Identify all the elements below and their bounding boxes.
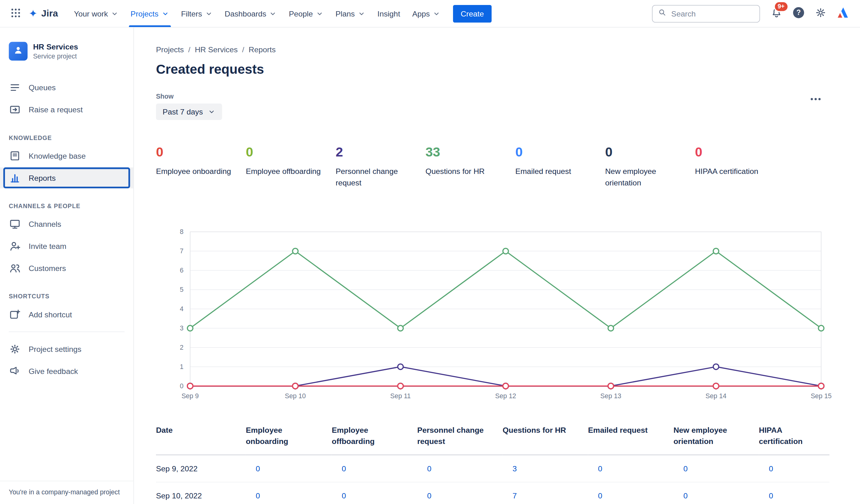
svg-text:Sep 12: Sep 12 xyxy=(495,392,516,399)
breadcrumb-separator: / xyxy=(242,45,244,54)
request-count-link[interactable]: 0 xyxy=(598,492,602,500)
svg-text:1: 1 xyxy=(180,363,184,371)
svg-text:8: 8 xyxy=(180,228,184,236)
sidebar-item-give-feedback[interactable]: Give feedback xyxy=(0,360,133,382)
table-cell-date: Sep 9, 2022 xyxy=(156,455,246,483)
stat-label: Emailed request xyxy=(515,165,598,177)
svg-text:0: 0 xyxy=(180,382,184,389)
submit-arrow-icon xyxy=(9,104,21,116)
chevron-down-icon xyxy=(161,10,169,17)
table-cell-hipaa-certification: 0 xyxy=(759,455,830,483)
request-count-link[interactable]: 3 xyxy=(513,464,517,473)
request-count-link[interactable]: 0 xyxy=(598,464,602,473)
request-count-link[interactable]: 0 xyxy=(256,464,260,473)
help-button[interactable]: ? xyxy=(790,5,807,23)
request-count-link[interactable]: 0 xyxy=(342,492,346,500)
sidebar-item-channels[interactable]: Channels xyxy=(0,214,133,235)
table-cell-emailed-request: 0 xyxy=(588,482,673,504)
search-box xyxy=(652,5,760,23)
show-label: Show xyxy=(156,92,860,100)
stat-label: Employee onboarding xyxy=(156,165,239,177)
sidebar-item-reports[interactable]: Reports xyxy=(0,167,133,188)
nav-item-dashboards[interactable]: Dashboards xyxy=(218,0,283,27)
profile-button[interactable] xyxy=(834,5,851,23)
chevron-down-icon xyxy=(316,10,324,17)
breadcrumb-link-hr-services[interactable]: HR Services xyxy=(195,45,238,54)
list-icon xyxy=(9,81,21,94)
stat-label: New employee orientation xyxy=(605,165,688,189)
notifications-button[interactable]: 9+ xyxy=(768,5,786,23)
stat-value: 33 xyxy=(425,144,508,160)
table-cell-questions-for-hr: 3 xyxy=(503,455,588,483)
chevron-down-icon xyxy=(111,10,119,17)
table-cell-date: Sep 10, 2022 xyxy=(156,482,246,504)
breadcrumb-link-projects[interactable]: Projects xyxy=(156,45,184,54)
help-icon: ? xyxy=(792,6,805,20)
sidebar-item-queues[interactable]: Queues xyxy=(0,77,133,98)
sidebar-item-knowledge-base[interactable]: Knowledge base xyxy=(0,145,133,166)
table-header-emailed-request: Emailed request xyxy=(588,424,673,455)
request-type-stats: 0Employee onboarding0Employee offboardin… xyxy=(156,144,860,189)
stat-label: Questions for HR xyxy=(425,165,508,177)
sidebar-divider xyxy=(9,332,125,332)
request-count-link[interactable]: 0 xyxy=(684,464,688,473)
sidebar-item-raise-a-request[interactable]: Raise a request xyxy=(0,99,133,120)
table-header-employee-offboarding: Employee offboarding xyxy=(332,424,417,455)
table-row: Sep 9, 20220003000 xyxy=(156,455,830,483)
person-plus-icon xyxy=(9,240,21,252)
date-range-dropdown[interactable]: Past 7 days xyxy=(156,104,222,120)
stat-employee-offboarding: 0Employee offboarding xyxy=(246,144,329,189)
nav-item-label: Apps xyxy=(412,9,430,18)
svg-text:5: 5 xyxy=(180,286,184,293)
nav-item-your-work[interactable]: Your work xyxy=(68,0,125,27)
request-count-link[interactable]: 0 xyxy=(427,492,432,500)
settings-button[interactable] xyxy=(812,5,830,23)
table-header-employee-onboarding: Employee onboarding xyxy=(246,424,332,455)
request-count-link[interactable]: 7 xyxy=(513,492,517,500)
stat-personnel-change-request: 2Personnel change request xyxy=(336,144,418,189)
chevron-down-icon xyxy=(357,10,365,17)
request-count-link[interactable]: 0 xyxy=(256,492,260,500)
sidebar-item-label: Give feedback xyxy=(29,367,78,375)
nav-item-filters[interactable]: Filters xyxy=(175,0,218,27)
nav-item-people[interactable]: People xyxy=(283,0,329,27)
nav-item-label: Your work xyxy=(74,9,108,18)
sidebar-item-label: Queues xyxy=(29,83,56,92)
table-cell-employee-offboarding: 0 xyxy=(332,482,417,504)
stat-questions-for-hr: 33Questions for HR xyxy=(425,144,508,189)
nav-item-projects[interactable]: Projects xyxy=(125,0,175,27)
table-cell-questions-for-hr: 7 xyxy=(503,482,588,504)
breadcrumb-link-reports[interactable]: Reports xyxy=(249,45,276,54)
search-input[interactable] xyxy=(670,9,754,18)
request-count-link[interactable]: 0 xyxy=(769,464,773,473)
jira-logo[interactable]: ✦ Jira xyxy=(29,8,58,19)
sidebar-item-invite-team[interactable]: Invite team xyxy=(0,236,133,257)
table-cell-new-employee-orientation: 0 xyxy=(673,482,759,504)
sidebar-item-customers[interactable]: Customers xyxy=(0,257,133,279)
sidebar-item-project-settings[interactable]: Project settings xyxy=(0,339,133,360)
request-count-link[interactable]: 0 xyxy=(684,492,688,500)
request-count-link[interactable]: 0 xyxy=(769,492,773,500)
requests-table: DateEmployee onboardingEmployee offboard… xyxy=(156,424,830,504)
nav-item-plans[interactable]: Plans xyxy=(329,0,371,27)
bar-chart-icon xyxy=(9,172,21,184)
table-header-date: Date xyxy=(156,424,246,455)
sidebar-item-add-shortcut[interactable]: Add shortcut xyxy=(0,304,133,325)
nav-item-label: Dashboards xyxy=(225,9,266,18)
stat-value: 0 xyxy=(695,144,778,160)
more-actions-button[interactable] xyxy=(806,92,825,105)
app-switcher-button[interactable] xyxy=(6,5,24,23)
stat-value: 2 xyxy=(336,144,418,160)
nav-item-insight[interactable]: Insight xyxy=(371,0,406,27)
stat-employee-onboarding: 0Employee onboarding xyxy=(156,144,239,189)
stat-value: 0 xyxy=(515,144,598,160)
nav-item-apps[interactable]: Apps xyxy=(406,0,446,27)
people-icon xyxy=(9,262,21,275)
request-count-link[interactable]: 0 xyxy=(342,464,346,473)
table-cell-emailed-request: 0 xyxy=(588,455,673,483)
sidebar-nav: QueuesRaise a requestKNOWLEDGEKnowledge … xyxy=(0,77,133,382)
sidebar-item-label: Raise a request xyxy=(29,105,83,114)
request-count-link[interactable]: 0 xyxy=(427,464,432,473)
svg-text:Sep 14: Sep 14 xyxy=(705,392,727,399)
create-button[interactable]: Create xyxy=(453,5,492,23)
